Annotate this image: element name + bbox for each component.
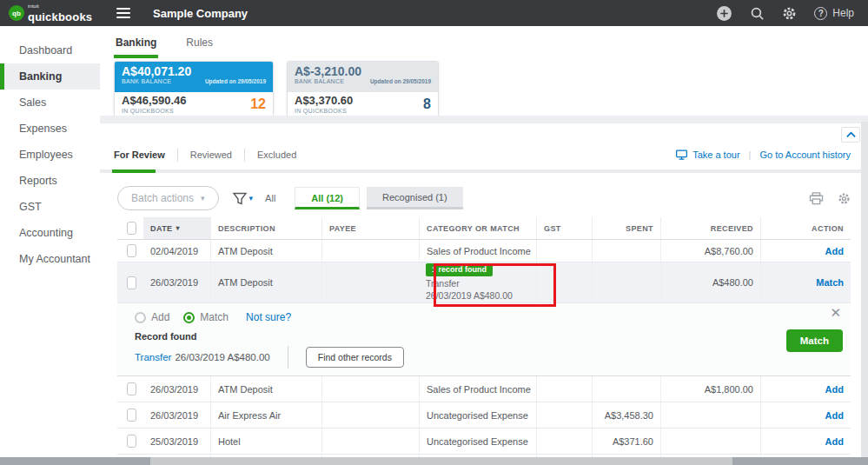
column-header-payee[interactable]: PAYEE [321,217,419,239]
sidebar-item-expenses[interactable]: Expenses [0,116,100,142]
row-checkbox[interactable] [127,276,136,289]
page-tabs: Banking Rules [100,26,868,58]
find-other-records-button[interactable]: Find other records [306,347,404,368]
go-to-account-history-link[interactable]: Go to Account history [759,149,851,160]
row-checkbox[interactable] [127,244,136,257]
column-header-description[interactable]: DESCRIPTION [210,217,321,239]
cell-received: A$1,800.00 [660,376,760,402]
in-quickbooks-amount: A$46,590.46 [122,95,186,107]
cell-gst [536,240,592,262]
collapse-panel-button[interactable] [841,127,860,143]
table-settings-gear-icon[interactable] [838,192,851,205]
table-row[interactable]: 25/03/2019 Hotel Uncategorised Expense A… [117,428,851,455]
select-all-checkbox[interactable] [127,222,136,235]
column-header-date[interactable]: DATE▾ [143,217,210,239]
tab-reviewed[interactable]: Reviewed [178,149,244,160]
sidebar-item-dashboard[interactable]: Dashboard [0,37,100,63]
tab-all[interactable]: All (12) [295,187,360,209]
tour-icon [675,149,688,161]
bank-balance-amount: A$40,071.20 [122,64,266,78]
help-button[interactable]: ? Help [814,7,854,20]
in-quickbooks-amount: A$3,370.60 [295,95,353,107]
transfer-record-link[interactable]: Transfer [135,352,171,362]
horizontal-scrollbar-thumb[interactable] [732,457,868,465]
sidebar-item-banking[interactable]: Banking [0,63,100,90]
sidebar-item-sales[interactable]: Sales [0,90,100,116]
table-row[interactable]: 02/04/2019 ATM Deposit Sales of Product … [117,240,851,262]
hamburger-menu-icon[interactable] [116,5,130,21]
column-header-category[interactable]: CATEGORY OR MATCH [419,217,536,239]
not-sure-link[interactable]: Not sure? [246,311,291,323]
sidebar-item-my-accountant[interactable]: My Accountant [0,246,100,272]
bank-balance-header: A$40,071.20 BANK BALANCE Updated on 29/0… [115,62,273,92]
record-found-heading: Record found [135,331,851,342]
sidebar-item-gst[interactable]: GST [0,194,100,220]
cell-gst [536,376,592,402]
tab-for-review[interactable]: For Review [114,149,177,160]
table-row[interactable]: 26/03/2019 ATM Deposit Sales of Product … [117,376,851,402]
cell-category: Sales of Product Income [419,376,536,402]
filter-button[interactable]: ▾ [233,192,254,205]
horizontal-scrollbar-thumb[interactable] [0,457,150,465]
account-card-secondary[interactable]: A$-3,210.00 BANK BALANCE Updated on 29/0… [287,61,439,117]
add-action-link[interactable]: Add [825,384,844,395]
table-toolbar: Batch actions ▾ ▾ All All (12) Recognise… [100,185,868,211]
add-radio-label: Add [151,311,169,323]
tab-excluded[interactable]: Excluded [245,149,308,160]
cell-description: ATM Deposit [210,262,321,302]
batch-actions-button[interactable]: Batch actions ▾ [117,186,219,210]
plus-icon[interactable] [716,5,732,22]
cell-gst [536,262,592,302]
close-icon[interactable]: ✕ [830,305,841,321]
transactions-panel: For Review Reviewed Excluded Take a tour… [100,123,868,465]
vertical-scrollbar[interactable] [861,122,868,457]
tab-recognised[interactable]: Recognised (1) [367,187,463,209]
bank-balance-label: BANK BALANCE [122,78,171,84]
cell-spent [592,240,660,262]
sort-caret-icon: ▾ [176,224,179,232]
cell-received: A$8,760.00 [660,240,760,262]
match-radio[interactable] [183,312,195,323]
sidebar-item-accounting[interactable]: Accounting [0,220,100,246]
sidebar-item-employees[interactable]: Employees [0,142,100,168]
add-action-link[interactable]: Add [825,436,844,447]
column-header-action: ACTION [760,217,851,239]
add-radio[interactable] [135,312,146,323]
horizontal-scrollbar[interactable] [0,457,868,465]
gear-icon[interactable] [782,6,797,21]
column-header-spent[interactable]: SPENT [592,217,660,239]
quickbooks-label: quickbooks [28,10,92,23]
add-action-link[interactable]: Add [825,246,844,256]
match-type: Transfer [426,277,460,289]
cell-description: ATM Deposit [210,240,321,262]
cell-payee [321,376,419,402]
logo-text: intuit quickbooks [28,3,92,23]
table-row[interactable]: 26/03/2019 Air Express Air Uncategorised… [117,402,851,428]
sidebar-item-reports[interactable]: Reports [0,168,100,194]
cell-received [660,402,760,428]
cell-date: 02/04/2019 [143,240,210,262]
row-checkbox[interactable] [127,409,136,422]
intuit-label: intuit [28,3,92,9]
match-action-link[interactable]: Match [816,277,844,288]
tab-rules[interactable]: Rules [184,37,215,58]
quickbooks-logo[interactable]: qb intuit quickbooks [0,3,104,23]
print-icon[interactable] [809,192,824,205]
match-detail: 26/03/2019 A$480.00 [426,289,513,302]
take-a-tour-link[interactable]: Take a tour [675,149,739,161]
row-checkbox[interactable] [127,382,136,395]
column-header-gst[interactable]: GST [536,217,592,239]
tab-banking[interactable]: Banking [114,37,158,58]
table-row-selected[interactable]: 26/03/2019 ATM Deposit 1 record found Tr… [117,262,851,303]
match-confirm-button[interactable]: Match [786,329,843,352]
help-icon: ? [814,7,827,20]
bank-balance-amount: A$-3,210.00 [295,64,431,78]
cell-description: Hotel [210,428,321,454]
result-filter-tabs: All (12) Recognised (1) [295,187,462,209]
column-header-received[interactable]: RECEIVED [660,217,760,239]
row-checkbox[interactable] [127,435,136,448]
add-action-link[interactable]: Add [825,410,844,421]
search-icon[interactable] [750,6,765,21]
account-card-active[interactable]: A$40,071.20 BANK BALANCE Updated on 29/0… [114,61,274,117]
cell-spent: A$371.60 [592,428,660,454]
